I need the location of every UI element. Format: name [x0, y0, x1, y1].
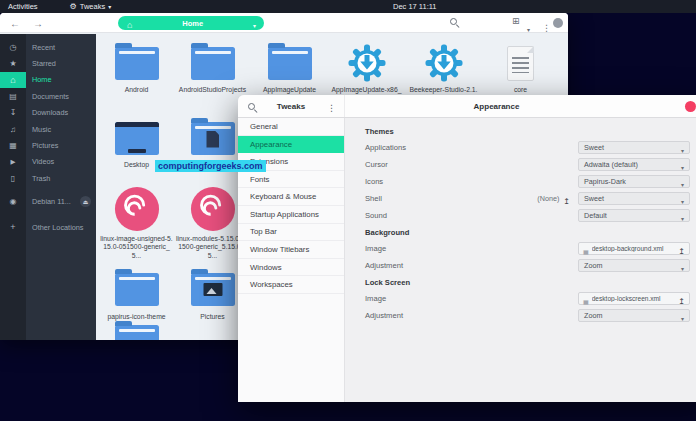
kebab-menu-icon[interactable]	[327, 97, 336, 115]
sidebar-item-recent[interactable]: Recent	[0, 39, 96, 55]
document-icon	[0, 88, 26, 104]
sidebar-item-debian-volume[interactable]: Debian 11...	[0, 194, 96, 210]
file-appimageupdate-appimage[interactable]: AppImageUpdate-x86_64.AppImage	[330, 41, 403, 103]
row-shell: Shell (None) Sweet	[365, 190, 690, 207]
sidebar-item-music[interactable]: Music	[0, 121, 96, 137]
row-label: Image	[365, 244, 386, 253]
gear-icon	[70, 2, 77, 11]
file-android[interactable]: Android	[100, 41, 173, 94]
sidebar-item-home[interactable]: Home	[0, 72, 96, 88]
file-label: AndroidStudioProjects	[176, 86, 249, 94]
menu-button[interactable]	[542, 17, 551, 35]
download-icon	[0, 105, 26, 121]
row-applications: Applications Sweet	[365, 139, 690, 156]
row-label: Cursor	[365, 160, 388, 169]
background-adjustment-dropdown[interactable]: Zoom	[578, 259, 690, 272]
file-appimageupdate-folder[interactable]: AppImageUpdate	[253, 41, 326, 94]
tweaks-item-appearance[interactable]: Appearance	[238, 136, 344, 154]
sidebar-item-videos[interactable]: Videos	[0, 154, 96, 170]
star-icon	[0, 55, 26, 71]
sidebar-item-pictures[interactable]: Pictures	[0, 137, 96, 153]
image-file-icon	[583, 290, 589, 308]
chevron-down-icon	[681, 190, 684, 208]
sidebar-item-label: Starred	[26, 59, 56, 68]
search-button[interactable]	[450, 18, 457, 25]
shell-theme-dropdown[interactable]: Sweet	[578, 192, 690, 205]
applications-theme-dropdown[interactable]: Sweet	[578, 141, 690, 154]
sidebar-item-label: Other Locations	[26, 223, 84, 232]
file-androidstudioprojects[interactable]: AndroidStudioProjects	[176, 41, 249, 94]
folder-icon	[115, 325, 159, 341]
tweaks-item-top-bar[interactable]: Top Bar	[238, 224, 344, 242]
tweaks-titlebar-right: Appearance	[345, 95, 696, 117]
row-label: Adjustment	[365, 261, 403, 270]
tweaks-item-startup-applications[interactable]: Startup Applications	[238, 206, 344, 224]
upload-icon[interactable]	[563, 190, 570, 208]
location-button[interactable]: Home	[118, 16, 264, 30]
back-button[interactable]	[10, 13, 20, 33]
file-beekeeper-studio[interactable]: Beekeeper-Studio-2.1.5.AppImage	[407, 41, 480, 103]
row-label: Icons	[365, 177, 383, 186]
tweaks-item-window-titlebars[interactable]: Window Titlebars	[238, 241, 344, 259]
sidebar-item-trash[interactable]: Trash	[0, 170, 96, 186]
forward-button[interactable]	[33, 13, 43, 33]
cursor-theme-dropdown[interactable]: Adwaita (default)	[578, 158, 690, 171]
search-icon[interactable]	[248, 103, 255, 110]
clock[interactable]: Dec 17 11:11	[393, 2, 437, 11]
folder-icon	[115, 47, 159, 80]
text-file-icon	[507, 46, 534, 81]
tweaks-main-panel: Themes Applications Sweet Cursor Adwaita…	[345, 118, 696, 402]
app-menu-button[interactable]: Tweaks	[70, 2, 112, 11]
lockscreen-image-button[interactable]: desktop-lockscreen.xml	[578, 292, 690, 305]
tweaks-window: Tweaks Appearance General Appearance Ext…	[238, 95, 696, 402]
section-heading-themes: Themes	[365, 123, 690, 139]
row-background-adjustment: Adjustment Zoom	[365, 257, 690, 274]
close-button[interactable]	[685, 101, 696, 112]
file-partial-folder[interactable]	[100, 319, 173, 340]
file-linux-image-deb[interactable]: linux-image-unsigned-5.15.0-051500-gener…	[100, 184, 173, 260]
sidebar-item-label: Trash	[26, 174, 50, 183]
watermark: computingforgeeks.com	[155, 160, 266, 172]
video-icon	[0, 154, 26, 170]
music-icon	[0, 121, 26, 137]
image-file-icon	[583, 240, 589, 258]
sidebar-item-other-locations[interactable]: Other Locations	[0, 219, 96, 235]
sidebar-item-starred[interactable]: Starred	[0, 55, 96, 71]
tweaks-titlebar-left: Tweaks	[238, 95, 345, 117]
sidebar-item-label: Downloads	[26, 108, 68, 117]
row-cursor: Cursor Adwaita (default)	[365, 156, 690, 173]
tweaks-item-windows[interactable]: Windows	[238, 259, 344, 277]
sidebar-item-documents[interactable]: Documents	[0, 88, 96, 104]
row-icons: Icons Papirus-Dark	[365, 173, 690, 190]
background-image-button[interactable]: desktop-background.xml	[578, 242, 690, 255]
section-heading-lock-screen: Lock Screen	[365, 274, 690, 290]
eject-icon	[83, 198, 89, 205]
tweaks-item-keyboard-mouse[interactable]: Keyboard & Mouse	[238, 188, 344, 206]
eject-button[interactable]	[80, 196, 91, 207]
dropdown-value: Zoom	[584, 311, 602, 320]
sidebar-item-label: Pictures	[26, 141, 58, 150]
file-label: core	[484, 86, 557, 94]
row-label: Sound	[365, 211, 387, 220]
tweaks-item-general[interactable]: General	[238, 118, 344, 136]
sidebar-item-label: Recent	[26, 43, 55, 52]
picture-icon	[0, 137, 26, 153]
tweaks-item-workspaces[interactable]: Workspaces	[238, 276, 344, 294]
activities-button[interactable]: Activities	[8, 2, 38, 11]
file-core[interactable]: core	[484, 41, 557, 94]
tweaks-item-fonts[interactable]: Fonts	[238, 171, 344, 189]
file-label: Android	[100, 86, 173, 94]
grid-view-button[interactable]	[512, 16, 520, 26]
chevron-down-icon	[681, 156, 684, 174]
appimage-gear-icon	[424, 43, 464, 83]
app-menu-label: Tweaks	[80, 2, 105, 11]
sidebar-item-downloads[interactable]: Downloads	[0, 105, 96, 121]
app-circle-icon[interactable]	[553, 18, 563, 28]
file-papirus-icon-theme[interactable]: papirus-icon-theme	[100, 266, 173, 321]
sound-theme-dropdown[interactable]: Default	[578, 209, 690, 222]
file-manager-sidebar: Recent Starred Home Documents	[0, 34, 96, 340]
lockscreen-adjustment-dropdown[interactable]: Zoom	[578, 309, 690, 322]
sidebar-item-label: Videos	[26, 157, 54, 166]
icons-theme-dropdown[interactable]: Papirus-Dark	[578, 175, 690, 188]
desktop: Activities Tweaks Dec 17 11:11 Home	[0, 0, 696, 421]
